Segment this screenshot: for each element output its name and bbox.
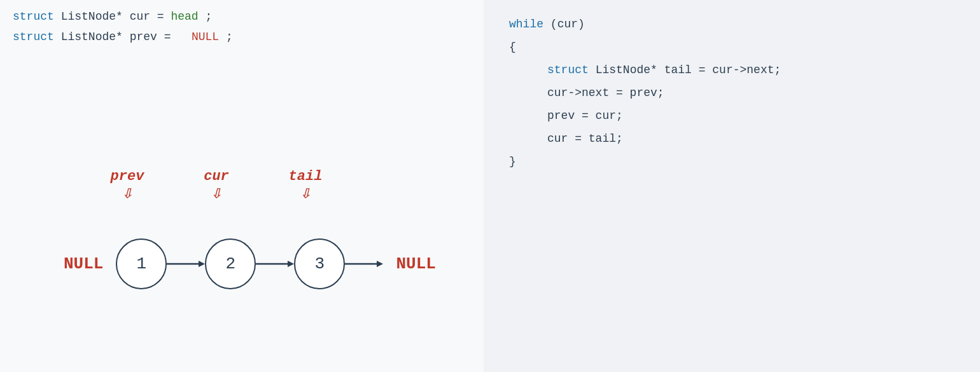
val-r1: cur->next; <box>712 64 781 76</box>
struct-kw-1: struct <box>13 10 54 23</box>
open-brace: { <box>509 41 516 53</box>
svg-marker-3 <box>288 261 294 267</box>
semi-1: ; <box>206 10 213 23</box>
right-line-3: prev = cur; <box>509 104 955 127</box>
arrow-svg-3 <box>345 258 383 270</box>
node-2: 2 <box>205 238 256 289</box>
node-3: 3 <box>294 238 345 289</box>
code-line-2: struct ListNode* prev = NULL ; <box>13 27 471 47</box>
label-prev: prev ⇩ <box>99 169 156 203</box>
svg-marker-5 <box>377 261 383 267</box>
close-brace-line: } <box>509 150 955 173</box>
type-r1: ListNode* <box>596 64 657 76</box>
pointer-labels: prev ⇩ cur ⇩ tail ⇩ <box>99 169 331 203</box>
struct-kw-r1: struct <box>547 64 589 76</box>
while-line: while (cur) <box>509 13 955 36</box>
label-tail: tail ⇩ <box>280 169 331 203</box>
var-2: prev = <box>130 31 185 43</box>
tail-arrow-icon: ⇩ <box>300 182 311 203</box>
diagram-area: prev ⇩ cur ⇩ tail ⇩ NULL 1 <box>0 169 484 359</box>
while-cond: (cur) <box>550 18 585 31</box>
arrow-svg-1 <box>167 258 205 270</box>
line4-text: cur = tail; <box>547 132 623 145</box>
arrow-3-null <box>345 258 383 270</box>
type-2: ListNode* <box>61 31 123 43</box>
val-2: NULL <box>192 31 219 43</box>
right-panel: while (cur) { struct ListNode* tail = cu… <box>484 0 980 372</box>
while-kw: while <box>509 18 543 31</box>
null-right: NULL <box>396 254 435 273</box>
cur-arrow-icon: ⇩ <box>211 182 222 203</box>
op-r1: = <box>699 64 706 76</box>
null-left: NULL <box>64 254 103 273</box>
code-line-1: struct ListNode* cur = head ; <box>13 6 471 27</box>
semi-2: ; <box>226 31 233 43</box>
right-line-2: cur->next = prev; <box>509 81 955 104</box>
arrow-1-2 <box>167 258 205 270</box>
right-line-4: cur = tail; <box>509 127 955 150</box>
right-code-block: while (cur) { struct ListNode* tail = cu… <box>496 6 967 179</box>
right-line-1: struct ListNode* tail = cur->next; <box>509 59 955 81</box>
left-panel: struct ListNode* cur = head ; struct Lis… <box>0 0 484 372</box>
var-1: cur = <box>130 10 171 23</box>
struct-kw-2: struct <box>13 31 54 43</box>
type-1: ListNode* <box>61 10 123 23</box>
close-brace: } <box>509 155 516 168</box>
open-brace-line: { <box>509 36 955 59</box>
line2-text: cur->next = prev; <box>547 86 664 99</box>
label-cur: cur ⇩ <box>191 169 242 203</box>
code-block-left: struct ListNode* cur = head ; struct Lis… <box>13 6 471 48</box>
arrow-svg-2 <box>256 258 294 270</box>
var-r1: tail <box>664 64 699 76</box>
svg-marker-1 <box>199 261 205 267</box>
prev-arrow-icon: ⇩ <box>122 182 133 203</box>
val-1: head <box>171 10 198 23</box>
node-1: 1 <box>116 238 167 289</box>
arrow-2-3 <box>256 258 294 270</box>
nodes-row: NULL 1 2 3 <box>64 238 436 289</box>
line3-text: prev = cur; <box>547 109 623 122</box>
